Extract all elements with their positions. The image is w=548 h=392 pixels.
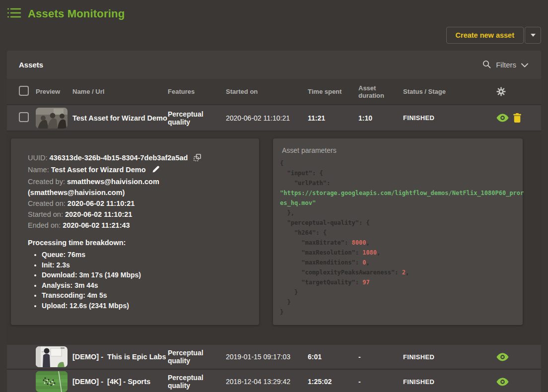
asset-name: [DEMO] - This is Epic Labs — [72, 353, 168, 361]
asset-details-expanded: UUID: 436313de-326b-4b15-8304-7deb3af2a5… — [7, 131, 541, 345]
asset-thumbnail — [36, 371, 68, 392]
asset-name: [DEMO] - [4K] - Sports — [72, 378, 168, 386]
processing-breakdown-list: Queue: 76ms Init: 2.3s Download: 3m 17s … — [28, 250, 244, 311]
edit-name-pencil-icon[interactable] — [152, 165, 160, 176]
asset-status: FINISHED — [403, 114, 496, 122]
view-asset-eye-icon[interactable] — [496, 378, 509, 386]
breakdown-item: Transcoding: 4m 5s — [42, 290, 244, 301]
breakdown-item: Queue: 76ms — [42, 250, 244, 260]
column-settings-gear-icon[interactable] — [496, 87, 506, 96]
page-title: Assets Monitoring — [28, 7, 125, 20]
asset-parameters-json: { "input": { "urlPath":"https://storage.… — [280, 158, 515, 317]
asset-features: Perceptual quality — [168, 374, 226, 390]
asset-name-value: Test Asset for Wizard Demo — [51, 166, 146, 174]
breakdown-item: Init: 2.3s — [42, 260, 244, 270]
asset-time-spent: 1:25:02 — [308, 378, 358, 386]
asset-status: FINISHED — [403, 378, 496, 386]
asset-started-on: 2019-01-15 09:17:03 — [226, 353, 308, 361]
table-row[interactable]: [DEMO] - [4K] - Sports Perceptual qualit… — [7, 370, 541, 392]
create-asset-dropdown-button[interactable] — [525, 27, 541, 44]
caret-down-icon — [531, 34, 536, 37]
asset-duration: - — [358, 353, 403, 361]
top-bar: Assets Monitoring — [0, 0, 548, 24]
col-time-spent: Time spent — [308, 88, 358, 95]
asset-started-on: 2018-12-04 13:29:42 — [226, 378, 308, 386]
header-actions: Create new asset — [0, 24, 548, 51]
asset-status: FINISHED — [403, 353, 496, 361]
search-icon — [482, 60, 491, 70]
create-new-asset-button[interactable]: Create new asset — [446, 27, 524, 44]
view-asset-eye-icon[interactable] — [496, 114, 509, 122]
asset-parameters-title: Asset parameters — [282, 146, 515, 154]
asset-duration: - — [358, 378, 403, 386]
copy-uuid-icon[interactable] — [194, 153, 201, 164]
breakdown-item: Analysis: 3m 44s — [42, 280, 244, 291]
list-menu-icon[interactable] — [7, 7, 22, 21]
select-all-checkbox[interactable] — [19, 86, 29, 96]
asset-parameters-card: Asset parameters { "input": { "urlPath":… — [273, 138, 523, 325]
created-on-line: Created on: 2020-06-02 11:10:21 — [28, 198, 244, 209]
chevron-down-icon — [521, 61, 528, 69]
filters-toggle[interactable]: Filters — [482, 60, 528, 70]
breakdown-item: Upload: 12.6s (2341 Mbps) — [42, 301, 244, 311]
asset-time-spent: 6:01 — [308, 353, 358, 361]
col-preview: Preview — [36, 88, 72, 95]
view-asset-eye-icon[interactable] — [496, 353, 509, 361]
table-row[interactable]: [DEMO] - This is Epic Labs Perceptual qu… — [7, 345, 541, 370]
processing-breakdown-title: Processing time breakdown: — [28, 239, 244, 247]
assets-panel-header: Assets Filters — [7, 51, 541, 79]
filters-label: Filters — [496, 61, 516, 69]
table-header-row: Preview Name / Url Features Started on T… — [7, 79, 541, 105]
asset-duration: 1:10 — [358, 114, 403, 122]
assets-monitoring-page: Assets Monitoring Create new asset Asset… — [0, 0, 548, 392]
asset-info-card: UUID: 436313de-326b-4b15-8304-7deb3af2a5… — [11, 138, 259, 325]
asset-time-spent: 11:21 — [308, 114, 358, 122]
ended-on-line: Ended on: 2020-06-02 11:21:43 — [28, 220, 244, 231]
asset-features: Perceptual quality — [168, 110, 226, 126]
col-features: Features — [168, 88, 226, 95]
panel-title: Assets — [19, 61, 43, 69]
started-on-line: Started on: 2020-06-02 11:10:21 — [28, 209, 244, 220]
col-name-url: Name / Url — [72, 88, 168, 95]
asset-thumbnail — [36, 108, 68, 129]
created-by-line: Created by: smatthews@haivision.com (sma… — [28, 176, 244, 198]
table-row[interactable]: Test Asset for Wizard Demo Perceptual qu… — [7, 105, 541, 131]
asset-started-on: 2020-06-02 11:10:21 — [226, 114, 308, 122]
asset-thumbnail — [36, 346, 68, 367]
col-asset-duration: Asset duration — [358, 84, 403, 99]
delete-asset-trash-icon[interactable] — [513, 113, 521, 123]
assets-panel: Assets Filters Preview Name / Url Featur… — [7, 51, 541, 392]
col-status-stage: Status / Stage — [403, 88, 496, 95]
uuid-value: 436313de-326b-4b15-8304-7deb3af2a5ad — [50, 154, 188, 162]
col-started-on: Started on — [226, 88, 308, 95]
row-checkbox[interactable] — [19, 112, 29, 122]
uuid-line: UUID: 436313de-326b-4b15-8304-7deb3af2a5… — [28, 152, 244, 164]
asset-name: Test Asset for Wizard Demo — [72, 114, 168, 122]
name-line: Name: Test Asset for Wizard Demo — [28, 164, 244, 176]
breakdown-item: Download: 3m 17s (149 Mbps) — [42, 270, 244, 280]
asset-features: Perceptual quality — [168, 349, 226, 365]
